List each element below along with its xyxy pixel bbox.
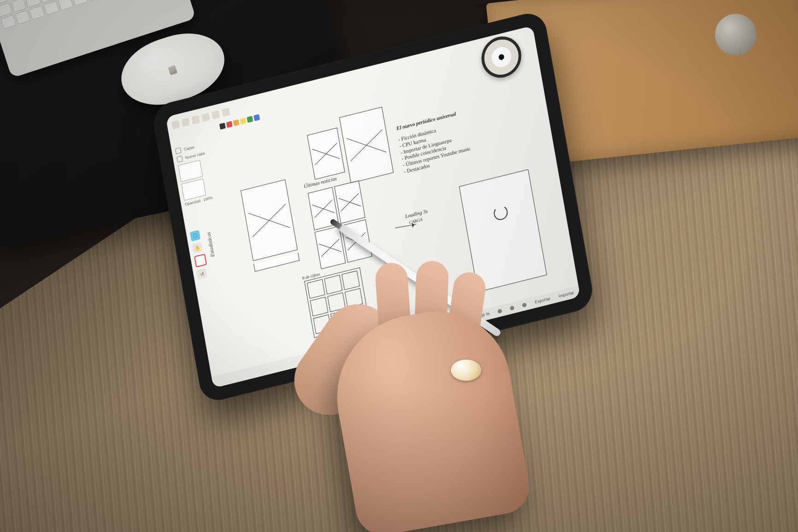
wireframe-box — [307, 128, 345, 180]
swatch[interactable] — [254, 114, 260, 121]
wireframe-box — [314, 226, 346, 269]
swatch[interactable] — [219, 123, 226, 130]
toolbar-button[interactable] — [212, 110, 220, 119]
photo-scene: Capas Nueva capa Opacidad 100% ☐ ✋ — [0, 0, 798, 532]
swatch[interactable] — [233, 119, 239, 126]
swatch[interactable] — [240, 118, 246, 124]
arrow-icon — [395, 224, 417, 235]
status-dot-icon — [522, 302, 527, 307]
wireframe-phone — [241, 179, 298, 261]
canvas-notes: Ficción dinámica CPU karma Importar de L… — [398, 107, 523, 175]
wireframe-box — [341, 219, 372, 263]
wireframe-icon-grid — [304, 267, 370, 338]
swatch[interactable] — [226, 121, 233, 128]
toolbar-button[interactable] — [171, 120, 180, 130]
new-layer-label: Nueva capa — [185, 151, 205, 160]
tool-hand[interactable]: ✋ — [192, 242, 202, 254]
toolbar-button[interactable] — [191, 115, 200, 124]
toolbar-button[interactable] — [201, 112, 210, 122]
tool-select[interactable]: ☐ — [190, 230, 201, 242]
wireframe-box — [307, 187, 339, 231]
layers-label: Capas — [183, 145, 195, 152]
side-note: Estadísticas — [206, 231, 215, 258]
import-button[interactable]: Importar — [558, 290, 574, 298]
layer-thumbnail[interactable] — [181, 178, 206, 201]
export-button[interactable]: Exportar — [534, 296, 550, 304]
wireframe-box — [339, 107, 394, 183]
spinner-icon — [493, 204, 509, 222]
swatch[interactable] — [247, 116, 253, 123]
canvas[interactable]: Estadísticas Últimas noticias El nuevo p… — [227, 64, 572, 361]
status-dot-icon — [497, 308, 502, 313]
layer-thumbnail[interactable] — [178, 160, 203, 182]
tool-record[interactable] — [194, 254, 207, 267]
toolbar-button[interactable] — [181, 118, 190, 127]
tool-undo[interactable]: ↺ — [196, 268, 207, 279]
toolbar-button[interactable] — [221, 107, 230, 117]
opacity-value: 100% — [203, 195, 213, 202]
wireframe-loading-screen — [459, 169, 547, 292]
wireframe-box — [334, 180, 366, 224]
checkbox[interactable] — [175, 147, 182, 154]
status-dot-icon — [510, 305, 515, 310]
zoom-label: Zoom: 58 % — [467, 311, 490, 321]
checkbox[interactable] — [177, 156, 183, 163]
pro-badge: PRO — [450, 319, 460, 325]
loading-label: Loading 3s — [405, 208, 428, 219]
